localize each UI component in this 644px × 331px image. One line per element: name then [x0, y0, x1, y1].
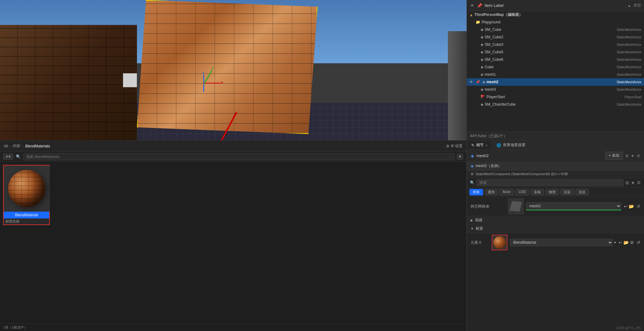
- tab-world-settings[interactable]: 🌐 世界场景设置: [492, 141, 530, 150]
- eye-visible-icon: 👁: [469, 80, 473, 84]
- breadcrumb-sep-1: ›: [10, 144, 11, 148]
- star-icon[interactable]: ★: [631, 154, 634, 158]
- transform-gizmo: [191, 67, 216, 92]
- tree-item-mesh2[interactable]: 👁 📌 ◈ mesh2 StaticMeshActor: [467, 78, 644, 86]
- settings-icon[interactable]: ⚙: [637, 154, 640, 158]
- actor-count: 44个Actor（已选1个）: [470, 134, 507, 138]
- content-browser-toolbar: ≡ ▾ 🔍 ▾: [0, 152, 466, 162]
- advanced-section[interactable]: ▶ 高级: [467, 216, 644, 224]
- filter-general[interactable]: 通用: [484, 189, 498, 195]
- breadcrumb-bar: All › 内容 › BlendMaterials ⚙ ⚙ 设置: [0, 141, 466, 152]
- component-header: ◈ mesh2 + 添加 ⊞ ★ ⚙: [467, 150, 644, 162]
- view-dropdown[interactable]: ▾: [457, 154, 463, 160]
- details-search-icons: ⊞ ★ ⚙: [625, 180, 641, 185]
- tree-item-playerstart[interactable]: 🚩 PlayerStart PlayerStart: [467, 93, 644, 101]
- search-input[interactable]: [23, 153, 454, 160]
- material-browse-icon[interactable]: 📂: [623, 240, 629, 245]
- mesh-icon: ◈: [481, 102, 483, 107]
- pencil-icon: ✎: [471, 143, 474, 147]
- filter-button[interactable]: ≡ ▾: [3, 154, 13, 160]
- mesh-icon: ◈: [481, 42, 483, 47]
- tree-item-sm-cube3[interactable]: ◈ SM_Cube3 StaticMeshActor: [467, 41, 644, 48]
- filter-stream[interactable]: 流送: [575, 189, 589, 195]
- mesh-icon: ◈: [481, 72, 483, 77]
- static-mesh-row: 静态网格体 mesh2 ↩ 📂 ↺: [467, 197, 644, 216]
- star-filter-icon[interactable]: ★: [631, 180, 635, 185]
- material-select-wrapper: BlendMaterial ▾: [510, 239, 616, 246]
- folder-name: Playground: [482, 20, 642, 24]
- mesh-icon: ◈: [481, 27, 483, 32]
- material-sphere-preview: [8, 170, 45, 207]
- filter-physics[interactable]: 物理: [545, 189, 559, 195]
- outliner-footer: 44个Actor（已选1个）: [467, 132, 644, 140]
- content-browser: All › 内容 › BlendMaterials ⚙ ⚙ 设置 ≡ ▾ 🔍 ▾: [0, 140, 467, 331]
- eye-icon[interactable]: 👁: [470, 3, 474, 8]
- gear-small-icon: ⚙: [471, 172, 474, 176]
- browse-icon[interactable]: 📂: [629, 204, 634, 209]
- filter-render[interactable]: 渲染: [560, 189, 574, 195]
- mesh-select-dropdown[interactable]: mesh2: [526, 202, 621, 210]
- item-count: 1项（1被选中）: [3, 325, 27, 329]
- filter-all[interactable]: 所有: [469, 189, 483, 195]
- pin-icon[interactable]: 📌: [477, 3, 482, 8]
- add-button[interactable]: + 添加: [605, 152, 623, 160]
- gear-icon: ⚙: [446, 144, 449, 148]
- map-icon: ▲: [469, 13, 473, 17]
- details-search-input[interactable]: [477, 179, 623, 186]
- settings-button[interactable]: ⚙ ⚙ 设置: [446, 143, 463, 149]
- materials-section-header[interactable]: ▼ 材质: [467, 224, 644, 233]
- type-column-header: 类型: [633, 3, 641, 8]
- reset-arrow-icon[interactable]: ↩: [624, 204, 628, 209]
- details-tab-close[interactable]: ×: [486, 143, 487, 147]
- selected-mesh: [137, 0, 317, 134]
- outliner-tree: ▲ ThirdPersonMap（编辑器） 📁 Playground ◈ SM_…: [467, 11, 644, 132]
- tree-item-mesh1[interactable]: ◈ mesh1 StaticMeshActor: [467, 71, 644, 78]
- tree-folder-playground[interactable]: 📁 Playground: [467, 18, 644, 26]
- globe-icon: 🌐: [496, 143, 501, 147]
- breadcrumb-all[interactable]: All: [4, 144, 8, 148]
- tree-item-mesh3[interactable]: ◈ mesh3 StaticMeshActor: [467, 86, 644, 93]
- material-dropdown[interactable]: BlendMaterial: [510, 239, 613, 246]
- tree-item-chamfercube[interactable]: ◈ SM_ChamferCube StaticMeshActor: [467, 101, 644, 108]
- mesh-icon: ◈: [481, 57, 483, 62]
- gizmo-z-axis: [204, 70, 213, 84]
- material-action-icons: ↩ 📂 ⚙: [618, 240, 634, 245]
- map-name: ThirdPersonMap（编辑器）: [474, 12, 523, 17]
- world-settings-label: 世界场景设置: [503, 142, 525, 148]
- material-right-reset-icon[interactable]: ↺: [637, 240, 640, 245]
- right-wall: [448, 31, 467, 140]
- filter-misc[interactable]: 杂项: [530, 189, 544, 195]
- tree-item-sm-cube2[interactable]: ◈ SM_Cube2 StaticMeshActor: [467, 33, 644, 41]
- advanced-label: 高级: [475, 218, 640, 223]
- toolbar-icons: ⊞ ★ ⚙: [625, 154, 640, 158]
- asset-type-bar: 材质实例: [4, 218, 49, 224]
- left-cube: [0, 25, 137, 140]
- viewport[interactable]: [0, 0, 467, 140]
- sort-indicator[interactable]: ▲: [628, 4, 631, 7]
- material-settings-icon[interactable]: ⚙: [630, 240, 634, 245]
- grid-icon[interactable]: ⊞: [625, 154, 628, 158]
- static-mesh-label: 静态网格体: [471, 204, 508, 209]
- asset-blend-material[interactable]: BlendMaterial 材质实例: [3, 165, 50, 225]
- tab-details[interactable]: ✎ 细节 ×: [467, 141, 492, 150]
- mesh-icon: ◈: [481, 65, 483, 69]
- grid-view-icon[interactable]: ⊞: [625, 180, 629, 185]
- reset-right-icon[interactable]: ↺: [637, 204, 640, 209]
- mesh-icon: ◈: [481, 50, 483, 54]
- tree-item-cube[interactable]: ◈ Cube StaticMeshActor: [467, 63, 644, 71]
- element-label: 元素 0: [471, 240, 489, 245]
- static-mesh-component-row: ⚙ StaticMeshComponent (StaticMeshCompone…: [467, 170, 644, 178]
- tree-item-sm-cube5[interactable]: ◈ SM_Cube5 StaticMeshActor: [467, 48, 644, 56]
- tree-item-sm-cube6[interactable]: ◈ SM_Cube6 StaticMeshActor: [467, 56, 644, 63]
- white-cube: [123, 73, 137, 87]
- collapse-arrow-icon: ▶: [471, 218, 473, 222]
- material-reset-icon[interactable]: ↩: [618, 240, 622, 245]
- settings-filter-icon[interactable]: ⚙: [637, 180, 641, 185]
- filter-lod[interactable]: LOD: [515, 189, 529, 195]
- asset-label-bar: BlendMaterial: [4, 212, 49, 218]
- filter-actor[interactable]: Actor: [499, 189, 514, 195]
- mesh-icon: ◈: [482, 80, 485, 84]
- breadcrumb-content[interactable]: 内容: [13, 143, 20, 149]
- materials-arrow-icon: ▼: [471, 227, 474, 230]
- tree-item-sm-cube-partial[interactable]: ◈ SM_Cube StaticMeshActor: [467, 26, 644, 33]
